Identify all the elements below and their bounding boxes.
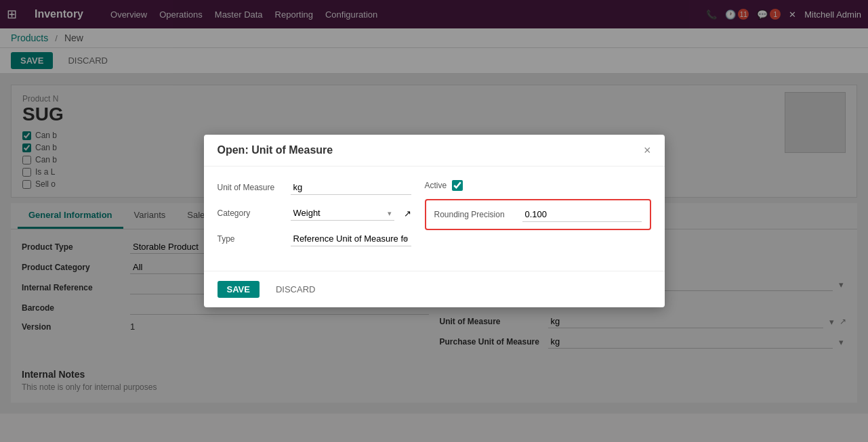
modal-category-select[interactable]: Weight <box>291 206 394 221</box>
modal-type-select[interactable]: Reference Unit of Measure for this categ… <box>291 231 411 246</box>
modal-category-field: Category Weight ▾ ↗ <box>218 206 411 221</box>
modal-type-select-wrapper[interactable]: Reference Unit of Measure for this categ… <box>291 231 411 246</box>
modal-overlay[interactable]: Open: Unit of Measure × Unit of Measure … <box>0 0 868 414</box>
modal-active-row: Active <box>425 180 651 191</box>
modal-rounding-label: Rounding Precision <box>434 210 516 219</box>
modal-dialog: Open: Unit of Measure × Unit of Measure … <box>204 135 665 307</box>
modal-type-label: Type <box>218 234 285 244</box>
modal-category-select-wrapper[interactable]: Weight ▾ <box>291 206 394 221</box>
modal-uom-row: Unit of Measure <box>218 180 411 195</box>
modal-uom-input[interactable] <box>291 180 411 195</box>
modal-right-col: Active Rounding Precision <box>425 180 651 257</box>
modal-active-checkbox[interactable] <box>452 180 463 191</box>
modal-discard-button[interactable]: DISCARD <box>266 281 325 298</box>
modal-title: Open: Unit of Measure <box>218 144 333 156</box>
modal-type-row: Type Reference Unit of Measure for this … <box>218 231 411 246</box>
modal-uom-label: Unit of Measure <box>218 183 285 192</box>
modal-header: Open: Unit of Measure × <box>204 135 665 167</box>
modal-category-label: Category <box>218 208 285 218</box>
modal-category-row: Category Weight ▾ ↗ <box>218 206 411 221</box>
modal-rounding-box: Rounding Precision <box>425 199 651 230</box>
modal-left-col: Unit of Measure Category Weight ▾ <box>218 180 411 257</box>
modal-active-label: Active <box>425 181 447 190</box>
modal-uom-field: Unit of Measure <box>218 180 411 195</box>
modal-category-ext-link-icon[interactable]: ↗ <box>404 208 411 219</box>
modal-body: Unit of Measure Category Weight ▾ <box>204 167 665 271</box>
modal-footer: SAVE DISCARD <box>204 271 665 307</box>
modal-rounding-input[interactable] <box>522 207 642 222</box>
modal-save-button[interactable]: SAVE <box>218 281 260 298</box>
modal-type-field: Type Reference Unit of Measure for this … <box>218 231 411 246</box>
modal-close-button[interactable]: × <box>644 144 651 156</box>
